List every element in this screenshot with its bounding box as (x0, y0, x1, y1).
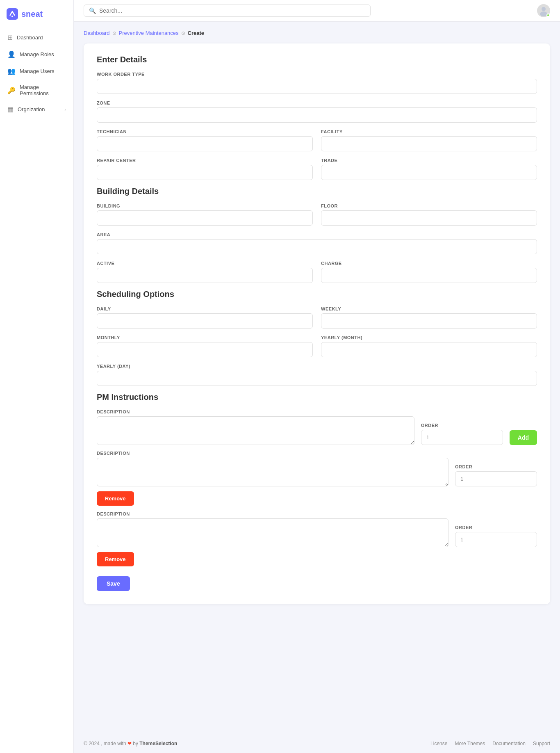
org-icon: ▦ (7, 105, 14, 113)
remove-button-2[interactable]: Remove (97, 552, 134, 566)
floor-select[interactable]: Select Building First (321, 210, 537, 226)
chevron-right-icon: › (64, 107, 66, 112)
sidebar-item-manage-permissions[interactable]: 🔑 Manage Permissions (3, 80, 70, 100)
logo-icon (7, 8, 18, 20)
order-label-1: ORDER (421, 423, 503, 428)
svg-point-2 (542, 7, 546, 11)
sidebar-item-label: Dashboard (17, 34, 43, 41)
pm-row-2: DESCRIPTION ORDER Remove (97, 451, 537, 506)
technician-label: TECHNICIAN (97, 129, 313, 134)
monthly-col: MONTHLY Select Option (97, 335, 313, 357)
topbar-right (537, 4, 550, 17)
charge-col: CHARGE Select Option (321, 261, 537, 283)
pm-order-col-3: ORDER (455, 525, 537, 547)
svg-point-1 (11, 16, 13, 17)
search-bar[interactable]: 🔍 (84, 5, 371, 17)
order-input-3[interactable] (455, 532, 537, 547)
svg-rect-0 (7, 8, 18, 20)
footer-link-license[interactable]: License (430, 741, 447, 746)
footer-copyright: © 2024 , made with ❤ by ThemeSelection (84, 741, 177, 746)
breadcrumb-sep-2: ⊙ (181, 30, 185, 36)
remove-button-1[interactable]: Remove (97, 491, 134, 506)
zone-col: ZONE Select Zone (97, 100, 537, 123)
page-area: Dashboard ⊙ Preventive Maintenances ⊙ Cr… (74, 22, 560, 734)
avatar-wrap[interactable] (537, 4, 550, 17)
sidebar-item-manage-roles[interactable]: 👤 Manage Roles (3, 46, 70, 62)
pm-desc-col-3: DESCRIPTION (97, 511, 448, 547)
yearly-month-label: YEARLY (MONTH) (321, 335, 537, 340)
charge-label: CHARGE (321, 261, 537, 266)
pm-order-col-1: ORDER 1 (421, 423, 503, 445)
monthly-select[interactable]: Select Option (97, 342, 313, 357)
zone-label: ZONE (97, 100, 537, 105)
scheduling-section: Scheduling Options DAILY Select Option W… (97, 290, 537, 386)
charge-select[interactable]: Select Option (321, 268, 537, 283)
yearly-day-select[interactable]: Select Day (97, 371, 537, 386)
sidebar-item-organization[interactable]: ▦ Orgnization › (3, 101, 70, 117)
sidebar-item-manage-users[interactable]: 👥 Manage Users (3, 63, 70, 79)
trade-col: TRADE Select Repair center First (321, 158, 537, 180)
breadcrumb-create: Create (188, 30, 204, 36)
breadcrumb-preventive[interactable]: Preventive Maintenances (119, 30, 179, 36)
building-select[interactable]: Select Facility First (97, 210, 313, 226)
building-details-section: Building Details BUILDING Select Facilit… (97, 187, 537, 283)
work-order-type-select[interactable]: Select Work Order Type (97, 79, 537, 94)
yearly-day-row: YEARLY (DAY) Select Day (97, 364, 537, 386)
weekly-select[interactable]: Select Option (321, 313, 537, 329)
form-card: Enter Details WORK ORDER TYPE Select Wor… (84, 43, 550, 604)
sidebar-item-dashboard[interactable]: ⊞ Dashboard (3, 30, 70, 46)
pm-desc-col-2: DESCRIPTION (97, 451, 448, 486)
yearly-month-col: YEARLY (MONTH) Select Month (321, 335, 537, 357)
daily-select[interactable]: Select Option (97, 313, 313, 329)
daily-col: DAILY Select Option (97, 306, 313, 329)
work-order-type-label: WORK ORDER TYPE (97, 72, 537, 77)
search-input[interactable] (99, 7, 365, 14)
order-label-3: ORDER (455, 525, 537, 530)
breadcrumb: Dashboard ⊙ Preventive Maintenances ⊙ Cr… (84, 30, 550, 36)
order-input-1[interactable]: 1 (421, 430, 503, 445)
description-textarea-2[interactable] (97, 458, 448, 486)
topbar: 🔍 (74, 0, 560, 22)
active-col: ACTIVE Select Option (97, 261, 313, 283)
facility-label: FACILITY (321, 129, 537, 134)
technician-select[interactable]: Select Zone First (97, 136, 313, 151)
pm-instructions-title: PM Instructions (97, 392, 537, 402)
add-button[interactable]: Add (510, 430, 537, 445)
facility-select[interactable]: Select Zone First (321, 136, 537, 151)
breadcrumb-sep-1: ⊙ (112, 30, 116, 36)
copyright-text: © 2024 , made with (84, 741, 126, 746)
sidebar: sneat ⊞ Dashboard 👤 Manage Roles 👥 Manag… (0, 0, 74, 753)
footer-links: License More Themes Documentation Suppor… (430, 741, 550, 746)
save-button[interactable]: Save (97, 576, 130, 591)
floor-label: FLOOR (321, 203, 537, 208)
breadcrumb-dashboard[interactable]: Dashboard (84, 30, 110, 36)
repair-center-select[interactable]: Select Repair center (97, 165, 313, 180)
main-content: 🔍 Dashboard ⊙ (74, 0, 560, 753)
footer-link-documentation[interactable]: Documentation (492, 741, 526, 746)
order-input-2[interactable] (455, 471, 537, 486)
technician-col: TECHNICIAN Select Zone First (97, 129, 313, 151)
building-col: BUILDING Select Facility First (97, 203, 313, 226)
dashboard-icon: ⊞ (7, 34, 13, 41)
technician-facility-row: TECHNICIAN Select Zone First FACILITY Se… (97, 129, 537, 151)
footer-link-more-themes[interactable]: More Themes (455, 741, 485, 746)
pm-row-1: DESCRIPTION ORDER 1 Add (97, 409, 537, 445)
order-label-2: ORDER (455, 464, 537, 469)
footer: © 2024 , made with ❤ by ThemeSelection L… (74, 734, 560, 753)
active-select[interactable]: Select Option (97, 268, 313, 283)
trade-select[interactable]: Select Repair center First (321, 165, 537, 180)
description-textarea-1[interactable] (97, 416, 414, 445)
area-col: AREA Select Floor First (97, 232, 537, 254)
building-label: BUILDING (97, 203, 313, 208)
work-order-type-row: WORK ORDER TYPE Select Work Order Type (97, 72, 537, 94)
zone-select[interactable]: Select Zone (97, 107, 537, 123)
sidebar-nav: ⊞ Dashboard 👤 Manage Roles 👥 Manage User… (0, 30, 73, 117)
zone-row: ZONE Select Zone (97, 100, 537, 123)
scheduling-title: Scheduling Options (97, 290, 537, 299)
description-textarea-3[interactable] (97, 518, 448, 547)
footer-link-support[interactable]: Support (533, 741, 550, 746)
area-select[interactable]: Select Floor First (97, 239, 537, 254)
enter-details-title: Enter Details (97, 55, 537, 64)
yearly-month-select[interactable]: Select Month (321, 342, 537, 357)
weekly-label: WEEKLY (321, 306, 537, 311)
